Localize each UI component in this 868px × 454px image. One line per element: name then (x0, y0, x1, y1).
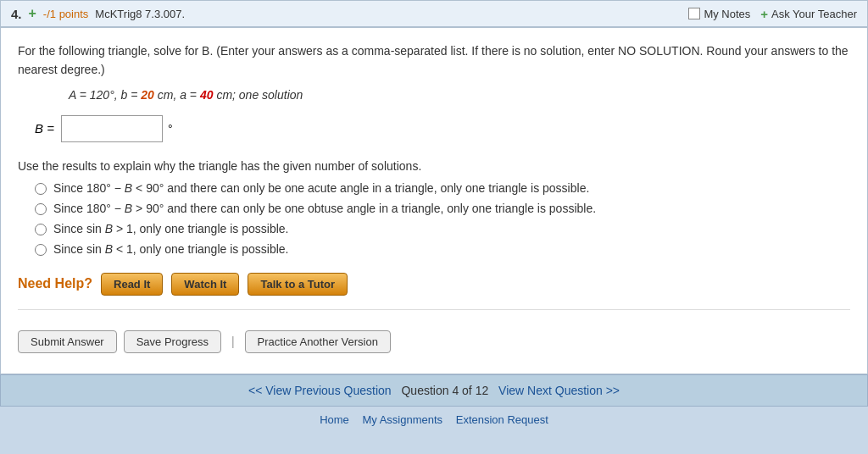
my-assignments-link[interactable]: My Assignments (362, 413, 442, 426)
prev-question-link[interactable]: << View Previous Question (248, 384, 392, 397)
given-suffix: cm; one solution (214, 88, 303, 102)
option-1-text: Since 180° − B < 90° and there can only … (53, 181, 589, 195)
page-info: Question 4 of 12 (401, 384, 488, 397)
radio-option-1[interactable]: Since 180° − B < 90° and there can only … (35, 181, 850, 195)
a-value: 40 (200, 88, 214, 102)
radio-options: Since 180° − B < 90° and there can only … (35, 181, 850, 256)
plus-icon: + (29, 6, 36, 21)
notes-checkbox[interactable] (688, 8, 700, 19)
ask-teacher-plus-icon: + (760, 7, 768, 21)
radio-input-4[interactable] (35, 244, 47, 256)
watch-it-button[interactable]: Watch It (171, 273, 239, 296)
radio-input-2[interactable] (35, 203, 47, 215)
answer-label: B = (35, 121, 54, 136)
home-link[interactable]: Home (320, 413, 349, 426)
question-number: 4. (11, 7, 22, 21)
explain-prompt: Use the results to explain why the trian… (18, 159, 850, 173)
save-progress-button[interactable]: Save Progress (124, 330, 221, 353)
answer-row: B = ° (35, 115, 850, 142)
action-row: Submit Answer Save Progress | Practice A… (18, 324, 850, 360)
problem-statement: For the following triangle, solve for B.… (18, 42, 850, 80)
footer: Home My Assignments Extension Request (0, 407, 868, 433)
ask-teacher-label: Ask Your Teacher (771, 8, 857, 20)
next-question-link[interactable]: View Next Question >> (498, 384, 620, 397)
radio-option-2[interactable]: Since 180° − B > 90° and there can only … (35, 202, 850, 215)
submit-answer-button[interactable]: Submit Answer (18, 330, 117, 353)
action-separator: | (231, 335, 235, 348)
main-content: For the following triangle, solve for B.… (0, 27, 868, 374)
my-notes-label: My Notes (704, 8, 750, 20)
need-help-section: Need Help? Read It Watch It Talk to a Tu… (18, 273, 850, 296)
nav-bar: << View Previous Question Question 4 of … (0, 374, 868, 407)
need-help-label: Need Help? (18, 276, 92, 291)
points-text: -/1 points (43, 8, 88, 20)
question-header: 4. + -/1 points McKTrig8 7.3.007. My Not… (0, 0, 868, 27)
divider (18, 309, 850, 310)
read-it-button[interactable]: Read It (101, 273, 163, 296)
radio-option-3[interactable]: Since sin B > 1, only one triangle is po… (35, 222, 850, 235)
ask-teacher-button[interactable]: + Ask Your Teacher (760, 7, 857, 21)
option-4-text: Since sin B < 1, only one triangle is po… (53, 242, 288, 256)
talk-to-tutor-button[interactable]: Talk to a Tutor (248, 273, 348, 296)
option-2-text: Since 180° − B > 90° and there can only … (53, 202, 596, 215)
extension-request-link[interactable]: Extension Request (456, 413, 548, 426)
my-notes-button[interactable]: My Notes (688, 8, 750, 20)
radio-input-3[interactable] (35, 224, 47, 235)
radio-option-4[interactable]: Since sin B < 1, only one triangle is po… (35, 242, 850, 256)
question-id: McKTrig8 7.3.007. (95, 8, 185, 20)
practice-another-button[interactable]: Practice Another Version (245, 330, 391, 353)
given-values: A = 120°, b = 20 cm, a = 40 cm; one solu… (69, 88, 850, 102)
given-middle: cm, a = (154, 88, 200, 102)
b-value: 20 (141, 88, 154, 102)
radio-input-1[interactable] (35, 183, 47, 195)
option-3-text: Since sin B > 1, only one triangle is po… (53, 222, 288, 235)
degree-symbol: ° (168, 122, 173, 136)
header-right: My Notes + Ask Your Teacher (688, 7, 857, 21)
given-prefix: A = 120°, b = (69, 88, 141, 102)
answer-input[interactable] (61, 115, 163, 142)
